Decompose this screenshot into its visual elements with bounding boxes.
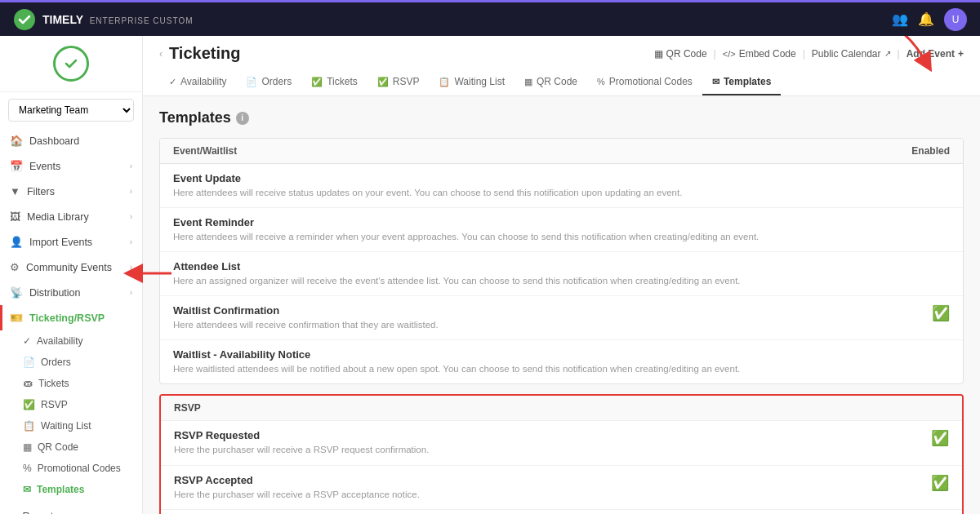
event-waitlist-table: Event/Waitlist Enabled Event Update Here…: [159, 138, 964, 384]
tab-qr-code[interactable]: ▦ QR Code: [514, 69, 587, 95]
waitlist-confirmation-title: Waitlist Confirmation: [173, 304, 893, 317]
events-icon: 📅: [10, 160, 23, 172]
rsvp-requested-check-icon: ✅: [931, 429, 949, 447]
sidebar-sublabel-templates: Templates: [37, 484, 84, 495]
tab-promo-icon: %: [597, 77, 605, 86]
sidebar-label-dashboard: Dashboard: [29, 135, 79, 147]
collapse-sidebar-button[interactable]: ‹: [159, 48, 163, 60]
dashboard-icon: 🏠: [10, 135, 23, 147]
sidebar-subitem-tickets[interactable]: 🎟 Tickets: [0, 373, 142, 394]
tab-orders[interactable]: 📄 Orders: [236, 69, 301, 95]
tab-waitinglist-icon: 📋: [439, 77, 450, 87]
tickets-sub-icon: 🎟: [23, 378, 33, 389]
media-icon: 🖼: [10, 210, 20, 223]
col-event-waitlist: Event/Waitlist: [173, 145, 893, 157]
sidebar-subitem-waiting-list[interactable]: 📋 Waiting List: [0, 415, 142, 436]
filters-arrow-icon: ›: [130, 187, 132, 196]
tab-templates[interactable]: ✉ Templates: [702, 69, 781, 95]
sidebar-item-dashboard[interactable]: 🏠 Dashboard: [0, 128, 142, 153]
event-update-desc: Here attendees will receive status updat…: [173, 186, 893, 199]
people-icon[interactable]: 👥: [892, 11, 908, 27]
sidebar-sublabel-waitinglist: Waiting List: [41, 420, 91, 432]
rsvp-sub-icon: ✅: [23, 399, 35, 410]
rsvp-accepted-content: RSVP Accepted Here the purchaser will re…: [174, 474, 892, 501]
sidebar-label-reports: Reports: [23, 511, 59, 515]
sidebar-subitem-orders[interactable]: 📄 Orders: [0, 352, 142, 373]
page-actions: ▦ QR Code | </> Embed Code | Public Cale…: [654, 48, 964, 60]
rsvp-requested-content: RSVP Requested Here the purchaser will r…: [174, 429, 892, 456]
tab-waiting-list[interactable]: 📋 Waiting List: [429, 69, 514, 95]
tab-templates-icon: ✉: [712, 77, 719, 87]
table-row: Event Reminder Here attendees will recei…: [160, 208, 963, 252]
table-row: Waitlist - Availability Notice Here wait…: [160, 340, 963, 383]
availability-sub-icon: ✓: [23, 335, 31, 347]
tab-rsvp[interactable]: ✅ RSVP: [368, 69, 430, 95]
sidebar-item-media-library[interactable]: 🖼 Media Library ›: [0, 204, 142, 229]
event-update-content: Event Update Here attendees will receive…: [173, 172, 893, 199]
navbar-icons: 👥 🔔 U: [892, 8, 967, 31]
distribution-icon: 📡: [10, 286, 23, 299]
import-icon: 👤: [10, 236, 23, 248]
waitlist-availability-title: Waitlist - Availability Notice: [173, 348, 893, 361]
rsvp-accepted-check-icon: ✅: [931, 474, 949, 492]
media-arrow-icon: ›: [130, 212, 132, 221]
sidebar-item-ticketing-rsvp[interactable]: 🎫 Ticketing/RSVP: [0, 305, 142, 330]
page-header: ‹ Ticketing ▦ QR Code | </> Embed Code |: [143, 36, 980, 96]
table-row: Attendee List Here an assigned organizer…: [160, 252, 963, 296]
external-link-icon: ↗: [884, 49, 891, 58]
sidebar-sublabel-rsvp: RSVP: [41, 399, 68, 410]
sidebar-item-filters[interactable]: ▼ Filters ›: [0, 179, 142, 204]
page-title: Ticketing: [169, 44, 240, 63]
sidebar-item-import-events[interactable]: 👤 Import Events ›: [0, 229, 142, 255]
brand: TIMELY ENTERPRISE CUSTOM: [13, 8, 194, 31]
attendee-list-content: Attendee List Here an assigned organizer…: [173, 260, 893, 287]
embed-code-action[interactable]: </> Embed Code: [723, 48, 796, 60]
public-calendar-action[interactable]: Public Calendar ↗: [812, 48, 891, 60]
brand-logo-text: TIMELY: [42, 13, 83, 26]
sidebar-label-filters: Filters: [27, 186, 55, 197]
sidebar-item-events[interactable]: 📅 Events ›: [0, 153, 142, 179]
waitlist-confirmation-desc: Here attendees will receive confirmation…: [173, 318, 893, 331]
qr-code-action[interactable]: ▦ QR Code: [654, 48, 707, 60]
info-icon[interactable]: i: [236, 112, 249, 125]
team-selector[interactable]: Marketing Team: [8, 99, 134, 122]
brand-name: TIMELY ENTERPRISE CUSTOM: [42, 13, 194, 26]
tab-promotional-codes[interactable]: % Promotional Codes: [587, 69, 702, 95]
sidebar-subitem-promotional-codes[interactable]: % Promotional Codes: [0, 458, 142, 479]
templates-title: Templates: [159, 109, 231, 126]
templates-sub-icon: ✉: [23, 484, 31, 495]
waitlist-availability-content: Waitlist - Availability Notice Here wait…: [173, 348, 893, 375]
table-row: Waitlist Confirmation Here attendees wil…: [160, 296, 963, 340]
filters-icon: ▼: [10, 185, 20, 197]
orders-sub-icon: 📄: [23, 357, 35, 368]
tab-tickets[interactable]: ✅ Tickets: [301, 69, 368, 95]
waitlist-availability-desc: Here waitlisted attendees will be notifi…: [173, 362, 893, 375]
tab-templates-label: Templates: [724, 76, 771, 87]
sidebar-sublabel-qrcode: QR Code: [38, 441, 78, 453]
sidebar-item-distribution[interactable]: 📡 Distribution ›: [0, 280, 142, 305]
tab-rsvp-icon: ✅: [377, 77, 389, 87]
sidebar-item-community-events[interactable]: ⚙ Community Events ›: [0, 255, 142, 280]
community-icon: ⚙: [10, 261, 20, 273]
user-avatar[interactable]: U: [944, 8, 967, 31]
sidebar-item-reports[interactable]: ≡ Reports ›: [0, 503, 142, 514]
sidebar-subitem-rsvp[interactable]: ✅ RSVP: [0, 394, 142, 415]
tab-tickets-label: Tickets: [327, 76, 358, 87]
sidebar-label-events: Events: [29, 161, 60, 172]
tab-availability[interactable]: ✓ Availability: [159, 69, 236, 95]
events-arrow-icon: ›: [130, 162, 132, 171]
add-event-action[interactable]: Add Event +: [906, 48, 964, 60]
tab-waitinglist-label: Waiting List: [454, 76, 505, 87]
bell-icon[interactable]: 🔔: [918, 11, 934, 27]
brand-sub-text: ENTERPRISE CUSTOM: [90, 16, 194, 25]
embed-icon: </>: [723, 49, 736, 59]
table-header: Event/Waitlist Enabled: [160, 139, 963, 164]
sidebar-subitem-templates[interactable]: ✉ Templates: [0, 479, 142, 500]
sidebar-subitem-qr-code[interactable]: ▦ QR Code: [0, 436, 142, 458]
sidebar-label-media: Media Library: [27, 211, 89, 223]
sidebar-subitem-availability[interactable]: ✓ Availability: [0, 330, 142, 352]
rsvp-accepted-desc: Here the purchaser will receive a RSVP a…: [174, 488, 892, 501]
waitinglist-sub-icon: 📋: [23, 420, 35, 432]
add-icon: +: [958, 48, 964, 60]
reports-icon: ≡: [10, 510, 16, 514]
